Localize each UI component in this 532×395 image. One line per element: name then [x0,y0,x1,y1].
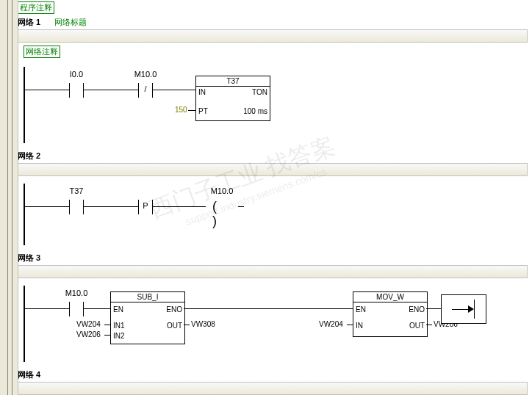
rung-1[interactable]: I0.0 M10.0 / T37 IN TON PT 100 ms 150 [24,61,528,149]
sub-in1-val: VW204 [76,320,101,328]
rung-2[interactable]: T37 P M10.0 ( ) [24,178,528,251]
arrow-terminator-icon[interactable] [441,294,486,324]
mov-in-val: VW204 [319,320,343,328]
gutter [0,0,18,395]
sub-in2-val: VW206 [76,330,101,338]
network-bar [18,265,528,278]
pt-value: 150 [175,106,187,114]
sub-i-box[interactable]: SUB_I EN ENO IN1 OUT IN2 [110,291,185,344]
network-header-3[interactable]: 网络 3 [18,253,528,264]
network-subtitle: 网络标题 [54,18,87,26]
network-header-2[interactable]: 网络 2 [18,151,528,162]
network-header-1[interactable]: 网络 1 网络标题 [18,17,528,28]
network-bar [18,163,528,176]
coil-m100[interactable]: M10.0 ( ) [200,198,244,216]
contact-i00[interactable]: I0.0 [59,81,94,99]
rung-3[interactable]: M10.0 SUB_I EN ENO IN1 OUT IN2 VW204 VW2… [24,280,528,368]
network-bar [18,29,528,43]
mov-w-box[interactable]: MOV_W EN ENO IN OUT [353,291,428,337]
content: 程序注释 网络 1 网络标题 网络注释 I0.0 M10.0 / T37 [18,0,532,395]
plc-editor[interactable]: 西门子工业 找答案 support.industry.siemens.com/c… [0,0,532,395]
network-header-4[interactable]: 网络 4 [18,369,528,380]
network-label: 网络 1 [18,18,40,26]
power-rail [24,67,25,143]
contact-m100-nc[interactable]: M10.0 / [128,81,163,99]
contact-t37[interactable]: T37 [59,198,94,216]
program-comment[interactable]: 程序注释 [18,1,54,14]
contact-m100[interactable]: M10.0 [59,300,94,318]
timer-t37[interactable]: T37 IN TON PT 100 ms [195,76,270,121]
network-bar [18,382,528,395]
sub-out-val: VW308 [191,320,215,328]
network-comment[interactable]: 网络注释 [24,46,60,58]
contact-pos-edge[interactable]: P [128,198,163,216]
